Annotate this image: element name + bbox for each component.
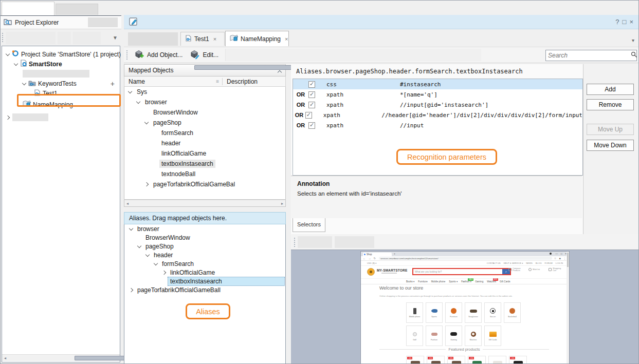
toolbar-button-1[interactable] [6,32,56,44]
tree-item-collapsed-redacted[interactable] [2,112,120,122]
toolbar-button-2[interactable] [58,32,71,44]
close-button[interactable]: × [629,18,636,26]
tree-item-namemapping[interactable]: NameMapping [2,98,120,111]
preview-toolbar-button-2[interactable] [335,236,374,248]
add-button[interactable]: Add [587,84,634,95]
tree-item-textnodeball[interactable]: textnodeBall [124,169,285,179]
store-search-box-highlighted: What are you looking for? ⌕ [412,268,511,275]
tree-item-project-suite[interactable]: Project Suite 'SmartStore' (1 project) [2,49,120,59]
alias-linkofficialgame[interactable]: linkOfficialGame [124,268,285,277]
tree-item-keywordtests[interactable]: KeywordTests + [2,79,120,88]
tree-item-project[interactable]: SmartStore [2,59,120,69]
mapped-objects-hscrollbar[interactable]: ◂ ▸ [124,200,286,207]
store-welcome-text: Online shopping is the process consumers… [379,295,536,297]
chevron-down-icon[interactable] [6,51,10,55]
annotation-title: Annotation [297,180,576,187]
toolbar-grip[interactable] [2,33,3,42]
move-up-button[interactable]: Move Up [587,124,634,135]
selector-row[interactable]: css #instasearch [293,79,582,89]
search-box[interactable] [545,50,637,61]
column-header-name[interactable]: Name≡ [124,78,222,85]
tree-item-sys[interactable]: Sys [124,87,285,97]
toolbar-grip[interactable] [126,50,127,60]
chevron-down-icon[interactable] [22,81,26,85]
chevron-down-icon[interactable] [14,61,18,65]
alias-textboxinstasearch[interactable]: textboxInstasearch [124,277,285,285]
edit-button[interactable]: Edit... [186,48,222,63]
tree-item-redacted[interactable] [2,69,120,79]
remove-button[interactable]: Remove [587,99,634,110]
selector-row[interactable]: OR xpath //input [293,120,582,130]
scroll-right-arrow[interactable]: ▸ [279,201,285,206]
panel-header-button[interactable] [88,17,118,27]
selector-buttons-column: Add Remove Move Up Move Down [583,64,639,234]
editor-tab-redacted[interactable] [128,32,178,46]
store-navbar: Books ▾ Furniture Mobile phone Sports ▾ … [361,278,569,284]
store-header-actions: Compare Products Wish list Shopping Cart [508,267,565,272]
help-button[interactable]: ? [615,18,622,26]
tree-item-pagetorfabrik[interactable]: pageTorfabrikOfficialGameBal [124,179,285,189]
selector-row[interactable]: OR xpath *[name='q'] [293,89,582,100]
chevron-right-icon[interactable] [6,115,10,119]
aliases-title: Aliases. Drag mapped objects here. [129,215,227,222]
tree-item-linkofficialgame[interactable]: linkOfficialGame [124,148,285,159]
redacted-item [23,70,89,78]
object-preview-panel: Shop + — □ × ← → ↻ services.smartbear.co… [291,234,639,364]
browser-screenshot-thumbnail: Shop + — □ × ← → ↻ services.smartbear.co… [360,251,570,364]
preview-toolbar-button-1[interactable] [298,236,332,248]
sale-badge: SALE [468,278,473,281]
browser-extension-icons: ☆ ■ ⋮ [554,257,567,260]
tree-item-browser[interactable]: browser [124,97,285,107]
selector-row[interactable]: OR xpath //input[@id='instasearch'] [293,100,582,110]
toolbar-dropdown-arrow[interactable]: ▼ [113,35,118,41]
scroll-left-arrow[interactable]: ◂ [2,356,8,360]
checkbox-checked[interactable] [308,102,315,108]
mapped-objects-column-headers: Name≡ Description [124,76,286,87]
tree-item-pageshop[interactable]: pageShop [124,118,285,128]
tab-overflow-arrow[interactable]: ▾ [632,37,634,43]
editor-tab-test1[interactable]: Test1 × [180,32,225,46]
checkbox-checked[interactable] [308,91,315,98]
test1-icon [34,89,41,98]
tree-item-textboxinstasearch[interactable]: textboxInstasearch [124,159,285,169]
selectors-tab[interactable]: Selectors [293,218,325,232]
checkbox-checked[interactable] [308,122,315,129]
close-tab-icon[interactable]: × [213,36,216,42]
alias-pagetorfabrik[interactable]: pageTorfabrikOfficialGameBall [124,285,285,294]
column-header-description[interactable]: Description [222,78,285,85]
toolbar-grip[interactable] [294,238,295,247]
scroll-left-arrow[interactable]: ◂ [124,201,131,206]
left-panel-tab-active[interactable] [2,2,54,15]
alias-header[interactable]: header [124,251,285,259]
checkbox-checked[interactable] [305,112,312,119]
alias-formsearch[interactable]: formSearch [124,259,285,268]
search-icon[interactable] [631,51,637,60]
toolbar-button-3[interactable] [73,32,101,44]
selector-row[interactable]: OR xpath //header[@id='header']/div[2]/d… [293,110,582,120]
tree-item-test1[interactable]: Test1 [2,88,120,98]
project-tree-hscrollbar[interactable]: ◂ ▸ [2,354,120,361]
add-test-plus-button[interactable]: + [111,80,115,88]
name-mapping-icon [23,100,31,109]
favicon [364,254,366,255]
window-controls[interactable]: ?□× [615,18,636,26]
browser-urlbar: ← → ↻ services.smartbear.com/samples/tes… [361,256,569,261]
store-topstrip: USD ($) ▾ CONTACT USHELP & SERVICE ▾NEWS… [361,261,569,266]
alias-browserwindow[interactable]: BrowserWindow [124,233,285,242]
tree-item-header[interactable]: header [124,138,285,148]
test1-label: Test1 [43,90,58,97]
maximize-button[interactable]: □ [623,18,630,26]
recognition-parameters-callout-annotation: Recognition parameters [396,149,497,165]
close-tab-icon[interactable]: × [285,36,288,42]
add-object-button[interactable]: Add Object... [131,48,186,63]
editor-tab-namemapping[interactable]: NameMapping × [225,31,289,46]
search-input[interactable] [546,52,631,59]
aliases-tree: browser BrowserWindow pageShop header fo… [124,224,286,364]
move-down-button[interactable]: Move Down [587,140,634,151]
checkbox-checked[interactable] [308,81,315,88]
tree-item-formsearch[interactable]: formSearch [124,128,285,138]
left-panel-tab-inactive[interactable] [56,4,98,15]
alias-browser[interactable]: browser [124,224,285,233]
tree-item-browserwindow[interactable]: BrowserWindow [124,107,285,118]
alias-pageshop[interactable]: pageShop [124,242,285,251]
